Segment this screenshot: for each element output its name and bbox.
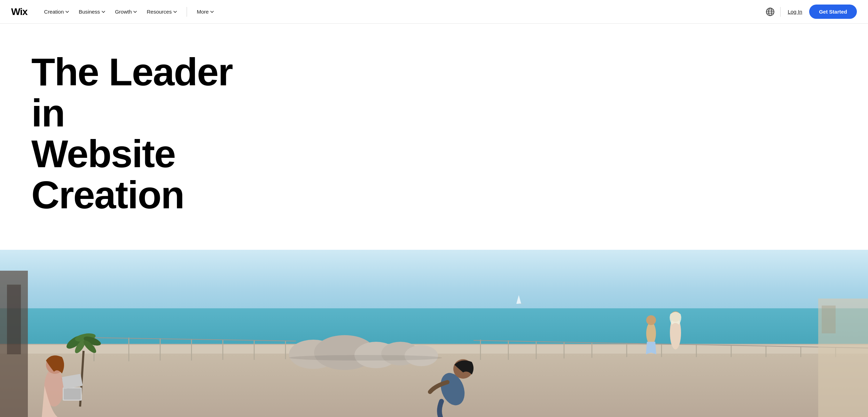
hero-heading-line1: The Leader in xyxy=(31,50,233,135)
nav-item-creation[interactable]: Creation xyxy=(40,6,73,17)
hero-heading-line2: Website Creation xyxy=(31,132,184,217)
chevron-down-icon xyxy=(133,10,137,14)
nav-menu: Creation Business Growth Resources xyxy=(40,6,766,17)
nav-label-resources: Resources xyxy=(147,9,172,15)
nav-item-more[interactable]: More xyxy=(193,6,218,17)
hero-heading: The Leader in Website Creation xyxy=(31,52,275,215)
nav-item-business[interactable]: Business xyxy=(75,6,109,17)
nav-label-business: Business xyxy=(79,9,100,15)
nav-item-resources[interactable]: Resources xyxy=(142,6,181,17)
nav-divider xyxy=(187,7,187,17)
globe-icon[interactable] xyxy=(766,7,775,16)
nav-label-creation: Creation xyxy=(44,9,64,15)
logo[interactable]: Wix xyxy=(11,6,28,17)
navbar-right: Log In Get Started xyxy=(766,5,857,19)
promenade-floor xyxy=(0,354,868,417)
hero-image xyxy=(0,250,868,417)
hero-section: The Leader in Website Creation xyxy=(0,24,868,417)
chevron-down-icon xyxy=(210,10,214,14)
right-divider xyxy=(780,7,781,17)
nav-label-more: More xyxy=(197,9,209,15)
hero-text-area: The Leader in Website Creation xyxy=(0,24,868,236)
nav-label-growth: Growth xyxy=(115,9,132,15)
navbar: Wix Creation Business Growth Resources xyxy=(0,0,868,24)
barrier-wall xyxy=(0,344,868,354)
login-button[interactable]: Log In xyxy=(786,6,804,17)
chevron-down-icon xyxy=(102,10,105,14)
chevron-down-icon xyxy=(65,10,69,14)
get-started-button[interactable]: Get Started xyxy=(809,5,857,19)
chevron-down-icon xyxy=(173,10,177,14)
logo-text: Wix xyxy=(11,6,28,17)
nav-item-growth[interactable]: Growth xyxy=(111,6,141,17)
hero-scene xyxy=(0,250,868,417)
